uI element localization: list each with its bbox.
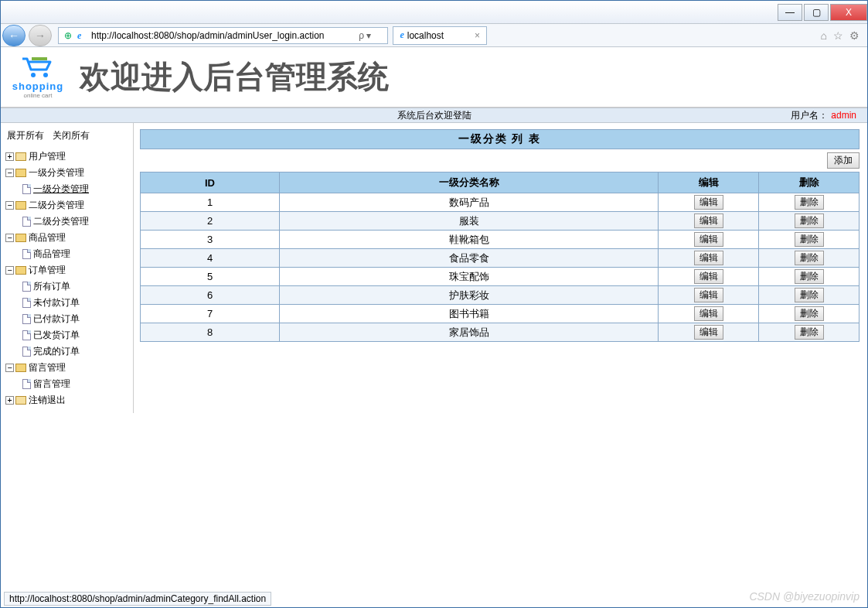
logo-subtext: online cart	[7, 92, 69, 99]
status-hover-link: http://localhost:8080/shop/admin/adminCa…	[4, 592, 271, 606]
expand-icon[interactable]: +	[5, 396, 14, 405]
cell-id: 7	[141, 305, 280, 323]
tree-node[interactable]: +注销退出	[4, 392, 130, 408]
tree-leaf[interactable]: 已付款订单	[4, 311, 130, 327]
edit-button[interactable]: 编辑	[694, 306, 723, 321]
tree-node[interactable]: −一级分类管理	[4, 165, 130, 181]
content-panel: 一级分类 列 表 添加 ID 一级分类名称 编辑 删除 1数码产品编辑删除2服装…	[134, 123, 867, 413]
cell-name: 护肤彩妆	[280, 286, 659, 305]
table-row: 4食品零食编辑删除	[141, 249, 859, 268]
table-row: 5珠宝配饰编辑删除	[141, 268, 859, 286]
cell-name: 服装	[280, 212, 659, 231]
close-tab-icon[interactable]: ×	[475, 30, 480, 41]
home-icon[interactable]: ⌂	[821, 29, 827, 42]
forward-button[interactable]: →	[29, 25, 52, 46]
tree-leaf[interactable]: 已发货订单	[4, 327, 130, 343]
edit-button[interactable]: 编辑	[694, 213, 723, 228]
cell-id: 2	[141, 212, 280, 231]
svg-point-0	[31, 73, 36, 77]
expand-all-link[interactable]: 展开所有	[7, 130, 44, 141]
edit-button[interactable]: 编辑	[694, 269, 723, 284]
nav-tree: +用户管理−一级分类管理一级分类管理−二级分类管理二级分类管理−商品管理商品管理…	[4, 149, 130, 408]
delete-button[interactable]: 删除	[795, 288, 824, 302]
cart-icon	[21, 56, 55, 79]
edit-button[interactable]: 编辑	[694, 325, 723, 340]
edit-button[interactable]: 编辑	[694, 232, 723, 247]
tree-leaf[interactable]: 一级分类管理	[4, 181, 130, 197]
tree-leaf-label: 一级分类管理	[33, 183, 89, 194]
edit-button[interactable]: 编辑	[694, 288, 723, 302]
tree-leaf[interactable]: 商品管理	[4, 246, 130, 262]
tree-leaf-label: 已发货订单	[33, 330, 80, 340]
svg-rect-2	[32, 57, 47, 60]
tree-leaf-label: 商品管理	[33, 248, 70, 259]
collapse-all-link[interactable]: 关闭所有	[53, 130, 90, 141]
page-icon	[22, 314, 31, 324]
page-icon	[22, 217, 31, 227]
folder-icon	[15, 364, 26, 372]
cell-id: 5	[141, 268, 280, 286]
browser-tab[interactable]: e localhost ×	[393, 26, 487, 45]
favorites-icon[interactable]: ☆	[833, 29, 843, 42]
page-title: 欢迎进入后台管理系统	[80, 56, 389, 98]
tree-leaf[interactable]: 二级分类管理	[4, 213, 130, 230]
minimize-button[interactable]: —	[778, 4, 802, 21]
cell-name: 数码产品	[280, 193, 659, 212]
tree-leaf[interactable]: 未付款订单	[4, 295, 130, 311]
cell-name: 家居饰品	[280, 323, 659, 342]
tree-leaf[interactable]: 完成的订单	[4, 343, 130, 360]
tree-leaf-label: 留言管理	[33, 378, 70, 389]
tree-leaf-label: 所有订单	[33, 281, 70, 292]
settings-icon[interactable]: ⚙	[849, 29, 859, 42]
delete-button[interactable]: 删除	[795, 325, 824, 340]
back-button[interactable]: ←	[2, 25, 26, 46]
col-name: 一级分类名称	[280, 172, 659, 193]
col-edit: 编辑	[659, 172, 759, 193]
collapse-icon[interactable]: −	[5, 266, 14, 275]
edit-button[interactable]: 编辑	[694, 251, 723, 265]
tree-leaf[interactable]: 留言管理	[4, 376, 130, 392]
tree-leaf[interactable]: 所有订单	[4, 278, 130, 295]
search-refresh-icon[interactable]: ρ ▾	[345, 30, 384, 41]
collapse-icon[interactable]: −	[5, 169, 14, 177]
cell-id: 1	[141, 193, 280, 212]
edit-button[interactable]: 编辑	[694, 195, 723, 210]
collapse-icon[interactable]: −	[5, 364, 14, 372]
close-window-button[interactable]: X	[830, 4, 867, 21]
url-input[interactable]	[91, 30, 345, 41]
tree-node[interactable]: −商品管理	[4, 230, 130, 246]
cell-name: 图书书籍	[280, 305, 659, 323]
tree-label: 订单管理	[29, 265, 66, 275]
delete-button[interactable]: 删除	[795, 251, 824, 265]
tree-leaf-label: 二级分类管理	[33, 216, 89, 227]
cell-name: 珠宝配饰	[280, 268, 659, 286]
collapse-icon[interactable]: −	[5, 201, 14, 210]
table-row: 8家居饰品编辑删除	[141, 323, 859, 342]
tree-node[interactable]: −二级分类管理	[4, 197, 130, 213]
table-row: 6护肤彩妆编辑删除	[141, 286, 859, 305]
welcome-text: 系统后台欢迎登陆	[397, 109, 471, 122]
page-header: shopping online cart 欢迎进入后台管理系统	[1, 47, 867, 108]
add-button[interactable]: 添加	[827, 152, 859, 169]
page-icon	[22, 379, 31, 389]
folder-icon	[15, 169, 26, 177]
address-bar[interactable]: ⊕ e ρ ▾	[58, 27, 388, 44]
delete-button[interactable]: 删除	[795, 232, 824, 247]
maximize-button[interactable]: ▢	[804, 4, 829, 21]
delete-button[interactable]: 删除	[795, 213, 824, 228]
table-row: 3鞋靴箱包编辑删除	[141, 231, 859, 249]
delete-button[interactable]: 删除	[795, 306, 824, 321]
cell-id: 6	[141, 286, 280, 305]
collapse-icon[interactable]: −	[5, 234, 14, 242]
tree-node[interactable]: +用户管理	[4, 149, 130, 165]
table-row: 7图书书籍编辑删除	[141, 305, 859, 323]
delete-button[interactable]: 删除	[795, 269, 824, 284]
expand-icon[interactable]: +	[5, 152, 14, 161]
col-delete: 删除	[759, 172, 859, 193]
ie-icon: e	[77, 30, 88, 41]
delete-button[interactable]: 删除	[795, 195, 824, 210]
tree-node[interactable]: −订单管理	[4, 262, 130, 278]
window-titlebar: — ▢ X	[1, 1, 867, 24]
folder-icon	[15, 234, 26, 242]
tree-node[interactable]: −留言管理	[4, 360, 130, 376]
